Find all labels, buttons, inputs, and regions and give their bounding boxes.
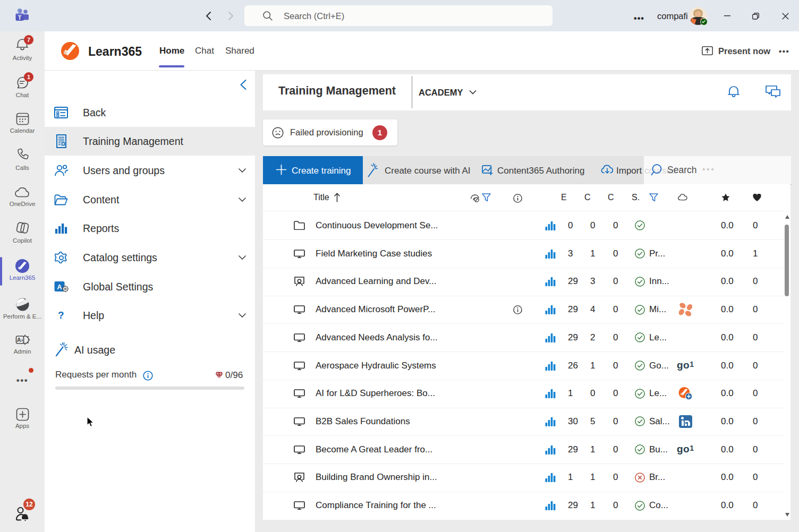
svg-text:A›: A› [17,337,23,343]
svg-text:T: T [18,14,22,21]
svg-text:A: A [57,283,62,291]
